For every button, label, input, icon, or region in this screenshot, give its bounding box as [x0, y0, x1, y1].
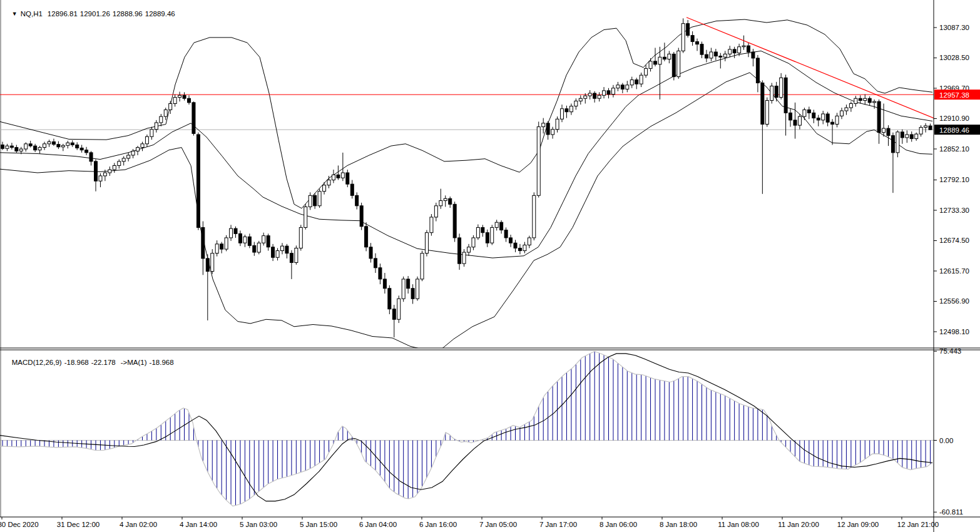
candle-body-down: [71, 143, 74, 145]
candle-body-down: [929, 126, 932, 130]
candle-body-down: [197, 135, 200, 227]
price-axis-label: 12498.10: [939, 328, 969, 335]
candle-body-down: [411, 289, 414, 299]
candle-body-down: [253, 245, 256, 252]
candle-body-up: [915, 134, 918, 138]
candle-body-down: [910, 135, 913, 139]
time-axis-label: 7 Jan 05:00: [479, 521, 517, 528]
candle-body-up: [924, 126, 927, 127]
candle-body-down: [654, 61, 657, 64]
candle-body-down: [238, 233, 242, 243]
candle-body-up: [24, 144, 28, 149]
candle-body-down: [775, 86, 778, 97]
candle-body-up: [588, 93, 591, 96]
candle-body-up: [579, 98, 582, 101]
candle-body-up: [864, 98, 867, 100]
candle-body-up: [444, 198, 447, 200]
candle-body-down: [272, 247, 275, 257]
candle-body-down: [290, 253, 293, 263]
candle-body-down: [188, 98, 191, 103]
candle-body-down: [518, 248, 521, 250]
time-axis-label: 11 Jan 20:00: [778, 521, 819, 528]
candle-body-up: [402, 279, 405, 299]
candle-body-down: [365, 227, 368, 247]
candle-body-down: [705, 54, 708, 58]
bid-price-badge-text: 12889.46: [939, 126, 969, 134]
candle-body-up: [495, 222, 498, 227]
candle-body-down: [1, 145, 4, 148]
candle-body-up: [677, 51, 680, 76]
candle-body-up: [668, 54, 671, 59]
time-axis-label: 8 Jan 18:00: [660, 521, 697, 528]
candle-body-up: [43, 144, 46, 148]
candle-body-down: [337, 175, 340, 178]
candle-body-up: [164, 110, 167, 116]
candle-body-up: [332, 175, 335, 180]
symbol-period-label: NQ,H1: [21, 10, 43, 18]
candle-body-down: [509, 238, 513, 243]
candle-body-up: [141, 144, 144, 148]
price-chart-canvas[interactable]: 13087.3013028.5012969.7012910.9012852.10…: [0, 0, 980, 532]
close-value: 12889.46: [145, 10, 175, 18]
candle-body-up: [225, 238, 228, 249]
candle-body-up: [854, 98, 857, 103]
candle-body-down: [831, 122, 834, 124]
candle-body-down: [449, 198, 452, 204]
candle-body-up: [262, 236, 265, 243]
candle-body-up: [48, 142, 51, 144]
candle-body-up: [136, 148, 140, 151]
price-axis-label: 12674.50: [939, 237, 969, 244]
candle-body-down: [192, 103, 195, 133]
macd-ma-label: ->MA(1): [121, 359, 147, 366]
candle-body-up: [295, 248, 298, 262]
candle-body-down: [388, 289, 391, 309]
candle-body-up: [896, 132, 899, 153]
candle-body-up: [276, 251, 279, 258]
candle-body-up: [6, 146, 9, 148]
time-axis-label: 8 Jan 06:00: [600, 521, 637, 528]
candle-body-up: [542, 123, 545, 127]
candle-body-up: [523, 245, 526, 250]
time-axis-label: 30 Dec 2020: [0, 521, 39, 528]
candle-body-down: [891, 136, 894, 153]
chart-background: [0, 0, 980, 532]
candle-body-up: [738, 47, 741, 53]
candle-body-down: [812, 113, 815, 118]
candle-body-up: [178, 95, 181, 97]
macd-signal-value: -22.178: [91, 359, 116, 366]
candle-body-down: [504, 230, 508, 238]
candle-body-down: [206, 258, 209, 272]
time-axis-label: 31 Dec 12:00: [57, 521, 100, 528]
price-axis-label: 12910.90: [939, 115, 969, 122]
candle-body-down: [687, 24, 690, 36]
candle-body-up: [569, 106, 573, 112]
candle-body-up: [873, 101, 876, 103]
candle-body-up: [299, 227, 302, 248]
candle-body-down: [220, 244, 223, 249]
candle-body-up: [467, 247, 471, 252]
candle-body-down: [285, 246, 288, 253]
candle-body-up: [113, 165, 116, 170]
candle-body-down: [794, 120, 797, 125]
chart-ohlc-header: ▼NQ,H112896.8112901.2612888.9612889.46: [4, 3, 178, 25]
open-value: 12896.81: [48, 10, 78, 18]
candle-body-up: [742, 46, 745, 47]
candle-body-down: [94, 161, 98, 181]
time-axis-label: 7 Jan 17:00: [539, 521, 577, 528]
candle-body-up: [681, 24, 685, 51]
candle-body-up: [840, 111, 844, 116]
candle-body-up: [710, 52, 713, 58]
time-axis-label: 6 Jan 04:00: [359, 521, 397, 528]
candle-body-down: [719, 56, 722, 58]
candle-body-down: [76, 145, 79, 148]
macd-ma-value: -18.968: [150, 359, 174, 366]
candle-body-down: [89, 153, 93, 161]
candle-body-up: [160, 116, 163, 123]
candle-body-down: [314, 195, 317, 205]
candle-body-up: [649, 61, 652, 69]
candle-body-up: [150, 130, 153, 137]
collapse-triangle-icon[interactable]: ▼: [12, 11, 18, 17]
candle-body-down: [733, 49, 736, 53]
candle-body-up: [430, 217, 433, 233]
candle-body-up: [603, 91, 606, 95]
